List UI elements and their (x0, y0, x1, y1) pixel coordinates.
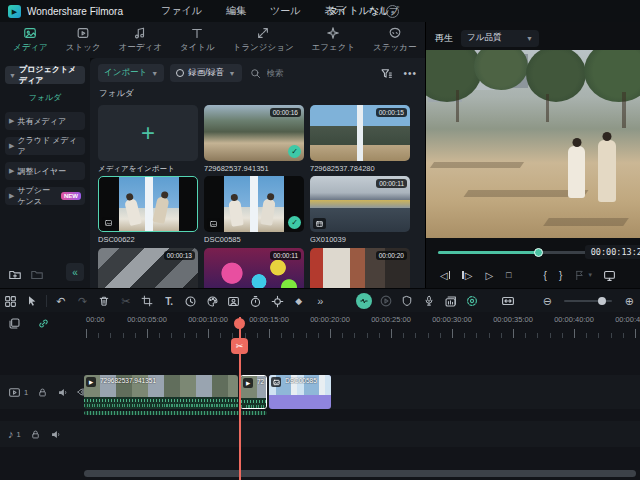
play-button[interactable]: ▷ (485, 270, 493, 281)
media-item[interactable]: 00:00:11 (204, 248, 304, 288)
video-viewer[interactable] (426, 50, 640, 238)
tab-media[interactable]: メディア (4, 23, 57, 57)
zoom-slider-handle[interactable] (598, 297, 606, 305)
split-icon[interactable]: ✂ (115, 295, 137, 308)
tab-effect[interactable]: エフェクト (303, 23, 365, 57)
video-track-icon (8, 386, 21, 399)
zoom-in-icon[interactable]: ⊕ (618, 295, 640, 308)
filter-icon[interactable] (380, 67, 393, 80)
voiceover-record-icon[interactable] (418, 295, 440, 307)
delete-icon[interactable] (93, 295, 115, 307)
search-input[interactable] (265, 67, 339, 79)
snapshot-display-icon[interactable] (603, 269, 616, 282)
media-item[interactable]: 00:00:13 (98, 248, 198, 288)
media-item[interactable]: 00:00:16 ✓ 729682537.941351 (204, 105, 304, 173)
seek-handle[interactable] (534, 248, 543, 257)
menu-edit[interactable]: 編集 (214, 0, 258, 22)
tab-title[interactable]: タイトル (171, 23, 224, 57)
playhead-pin[interactable] (234, 318, 245, 329)
thumbnail-image: ✓ (204, 176, 304, 232)
media-item[interactable]: 00:00:20 (310, 248, 410, 288)
text-tool-icon[interactable]: T. (158, 296, 180, 307)
folder-icon[interactable] (30, 268, 44, 282)
motion-tracking-icon[interactable] (266, 295, 288, 308)
new-folder-icon[interactable] (8, 268, 22, 282)
smart-edit-icon[interactable] (461, 294, 483, 308)
ai-audio-button[interactable] (353, 293, 375, 309)
filmora-window: ▶ Wondershare Filmora ファイル 編集 ツール 表示 ヘルプ… (0, 0, 640, 480)
tab-stock[interactable]: ストック (57, 23, 110, 57)
more-options-icon[interactable]: ••• (403, 68, 417, 79)
mute-icon[interactable] (57, 387, 68, 398)
sidebar-item-cloud-media[interactable]: ▶ クラウド メディア (5, 137, 85, 155)
green-screen-icon[interactable] (223, 295, 245, 308)
select-tool-icon[interactable] (22, 295, 44, 307)
asset-tabbar: メディア ストック オーディオ タイトル トランジション エフェクト (0, 22, 425, 58)
person-figure (598, 140, 616, 202)
seek-row: 00:00:13:20 (426, 244, 640, 260)
transition-icon (256, 26, 270, 40)
zoom-to-fit-icon[interactable] (497, 294, 519, 308)
menubar: ▶ Wondershare Filmora ファイル 編集 ツール 表示 ヘルプ… (0, 0, 640, 22)
lock-icon[interactable] (37, 387, 48, 398)
render-preview-icon[interactable] (375, 294, 397, 308)
media-item[interactable]: 00:00:15 729682537.784280 (310, 105, 410, 173)
import-button[interactable]: インポート ▼ (98, 64, 164, 82)
timeline-scrollbar[interactable] (84, 470, 636, 477)
timeline-clip-selected[interactable]: ▶ 729682537.941351 (240, 375, 267, 409)
media-browser-toggle-icon[interactable] (0, 295, 22, 308)
more-tools-icon[interactable]: » (310, 295, 332, 307)
redo-icon[interactable]: ↷ (72, 295, 94, 308)
menu-file[interactable]: ファイル (149, 0, 214, 22)
menu-tools[interactable]: ツール (258, 0, 312, 22)
timeline-ruler[interactable]: 00:00 00:00:05:00 00:00:10:00 00:00:15:0… (84, 312, 640, 338)
audio-track: ♪ 1 (0, 421, 640, 447)
sidebar-item-project-media[interactable]: ▼ プロジェクトメディア (5, 66, 85, 84)
speed-icon[interactable] (180, 295, 202, 308)
media-item[interactable]: ✓ DSC00585 (204, 176, 304, 244)
record-button[interactable]: 録画/録音 ▼ (170, 64, 241, 82)
keyframe-icon[interactable]: ◆ (288, 296, 310, 306)
previous-frame-button[interactable]: ◁ (440, 270, 450, 281)
undo-icon[interactable]: ↶ (50, 295, 72, 308)
marker-button[interactable]: ▼ (574, 270, 593, 281)
crop-icon[interactable] (137, 295, 159, 307)
next-frame-button[interactable]: ▷ (462, 270, 472, 281)
mark-out-button[interactable]: } (559, 270, 562, 281)
collapse-sidebar-button[interactable]: « (66, 263, 84, 281)
audio-track-icon: ♪ (8, 428, 14, 440)
timeline-zoom-slider[interactable] (564, 300, 612, 302)
sidebar-item-subsequence[interactable]: ▶ サブシーケンス NEW (5, 187, 85, 205)
timer-icon[interactable] (245, 295, 267, 308)
sidebar-item-shared-media[interactable]: ▶ 共有メディア (5, 112, 85, 130)
audio-mixer-icon[interactable] (440, 295, 462, 308)
sidebar-item-folder[interactable]: フォルダ (0, 92, 90, 103)
media-item-selected[interactable]: DSC00622 (98, 176, 198, 244)
media-item-name: GX010039 (310, 235, 410, 244)
video-track-header: 1 (0, 375, 84, 409)
project-info-icon[interactable]: ● (386, 5, 399, 18)
duration-badge: 00:00:13 (164, 251, 195, 260)
mute-icon[interactable] (50, 429, 61, 440)
mark-in-button[interactable]: { (544, 270, 547, 281)
tab-audio[interactable]: オーディオ (110, 23, 171, 57)
quality-dropdown[interactable]: フル品質 ▼ (461, 30, 539, 47)
playhead-split-button[interactable]: ✂ (231, 338, 248, 354)
timeline-clip-video[interactable]: ▶ 729682537.941351 (84, 375, 238, 409)
sidebar-item-adjustment-layer[interactable]: ▶ 調整レイヤー (5, 162, 85, 180)
import-media-tile[interactable]: + メディアをインポート (98, 105, 198, 174)
link-icon[interactable] (37, 317, 50, 330)
manage-tracks-icon[interactable] (8, 317, 21, 330)
zoom-out-icon[interactable]: ⊖ (537, 295, 559, 308)
stop-button[interactable]: □ (506, 270, 511, 280)
seek-bar[interactable] (438, 251, 588, 254)
preview-panel: 再生 フル品質 ▼ (425, 22, 640, 288)
new-badge: NEW (61, 192, 81, 200)
mask-icon[interactable] (396, 295, 418, 307)
timeline-clip-photo[interactable]: DSC00585 (269, 375, 331, 409)
media-item[interactable]: 00:00:11 GX010039 (310, 176, 410, 244)
lock-icon[interactable] (30, 429, 41, 440)
tab-sticker[interactable]: ステッカー (364, 23, 425, 57)
color-icon[interactable] (201, 295, 223, 308)
tab-transition[interactable]: トランジション (224, 23, 303, 57)
